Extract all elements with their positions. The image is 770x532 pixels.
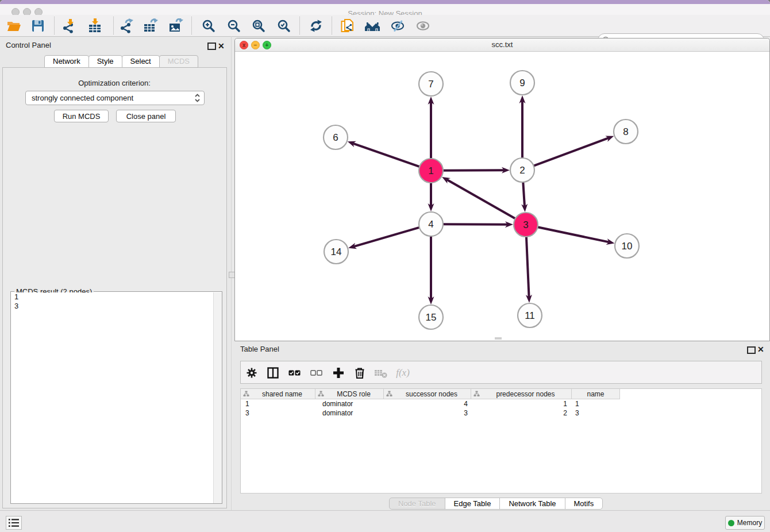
eye-icon xyxy=(415,18,430,33)
function-builder-button[interactable]: f(x) xyxy=(396,366,410,380)
tab-motifs[interactable]: Motifs xyxy=(565,498,603,510)
table-panel-close-button[interactable]: ✕ xyxy=(757,345,764,353)
home-button[interactable] xyxy=(363,17,382,34)
memory-button[interactable]: Memory xyxy=(725,516,765,530)
mcds-result-line: 3 xyxy=(11,302,214,311)
graph-node-label: 15 xyxy=(426,312,437,323)
network-graph[interactable]: 1234678910111415 xyxy=(235,51,768,340)
graph-edge-4-3[interactable] xyxy=(443,224,507,225)
graph-edge-1-6[interactable] xyxy=(353,144,419,167)
graph-edge-3-1[interactable] xyxy=(447,180,515,219)
network-window-title: scc.txt xyxy=(235,38,769,51)
apply-layout-button[interactable] xyxy=(307,17,325,34)
graph-node-label: 3 xyxy=(523,219,528,230)
zoom-selected-icon xyxy=(276,18,291,33)
control-panel-close-button[interactable]: ✕ xyxy=(218,42,225,50)
open-session-button[interactable] xyxy=(5,17,23,34)
checked-boxes-icon xyxy=(288,367,301,379)
run-mcds-button[interactable]: Run MCDS xyxy=(54,110,109,122)
delete-column-button[interactable] xyxy=(353,366,367,380)
toolbar-separator xyxy=(191,17,192,34)
tab-style[interactable]: Style xyxy=(88,55,122,68)
graph-edge-2-8[interactable] xyxy=(534,138,609,166)
application-window: Session: New Session xyxy=(0,0,770,532)
graph-edge-3-11[interactable] xyxy=(526,237,529,297)
control-panel-title: Control Panel xyxy=(6,41,51,49)
table-cell: 1 xyxy=(471,399,572,408)
column-header-label: predecessor nodes xyxy=(480,390,571,398)
export-image-button[interactable] xyxy=(167,17,185,34)
delete-table-button[interactable] xyxy=(374,366,388,380)
import-table-button[interactable] xyxy=(86,17,104,34)
tab-network-table[interactable]: Network Table xyxy=(499,498,565,510)
column-header-label: name xyxy=(572,390,619,398)
tab-mcds[interactable]: MCDS xyxy=(159,55,198,68)
graph-edge-4-14[interactable] xyxy=(354,228,419,246)
import-network-button[interactable] xyxy=(60,17,78,34)
network-view-window: x − + scc.txt 1234678910111415 xyxy=(234,38,770,341)
graph-edge-1-2[interactable] xyxy=(443,170,504,171)
home-icon xyxy=(364,18,380,33)
task-history-button[interactable] xyxy=(6,516,22,530)
optimization-criterion-label: Optimization criterion: xyxy=(2,79,226,87)
export-network-button[interactable] xyxy=(117,17,136,34)
plus-icon xyxy=(332,367,345,379)
select-all-columns-button[interactable] xyxy=(288,366,302,380)
table-settings-button[interactable] xyxy=(245,366,259,380)
zoom-fit-button[interactable] xyxy=(249,17,268,34)
column-header-predecessor-nodes[interactable]: predecessor nodes xyxy=(471,389,572,399)
table-row[interactable]: 3dominator323 xyxy=(241,408,761,418)
column-header-label: MCDS role xyxy=(324,390,383,398)
table-row[interactable]: 1dominator411 xyxy=(241,399,761,408)
table-cell: 2 xyxy=(471,408,572,418)
hide-graphics-details-button[interactable] xyxy=(388,17,407,34)
control-panel-float-button[interactable] xyxy=(207,43,216,50)
column-header-name[interactable]: name xyxy=(572,389,620,399)
table-cell: 3 xyxy=(241,408,315,418)
graph-edge-2-3[interactable] xyxy=(523,182,525,206)
tab-edge-table[interactable]: Edge Table xyxy=(445,498,500,510)
window-top-accent xyxy=(0,0,770,4)
hierarchy-icon xyxy=(243,391,249,397)
table-toolbar: f(x) xyxy=(240,361,762,384)
column-header-shared-name[interactable]: shared name xyxy=(241,389,315,399)
column-header-mcds-role[interactable]: MCDS role xyxy=(315,389,384,399)
table-cell: dominator xyxy=(315,399,384,408)
list-icon xyxy=(8,518,20,528)
tab-node-table[interactable]: Node Table xyxy=(389,498,445,510)
close-panel-button[interactable]: Close panel xyxy=(116,110,176,122)
columns-icon xyxy=(267,367,279,379)
save-session-button[interactable] xyxy=(29,17,47,34)
toggle-column-panel-button[interactable] xyxy=(266,366,280,380)
import-network-icon xyxy=(61,18,76,33)
export-table-button[interactable] xyxy=(141,17,160,34)
tab-select[interactable]: Select xyxy=(122,55,160,68)
zoom-out-button[interactable] xyxy=(225,17,243,34)
hierarchy-icon xyxy=(473,391,480,397)
column-header-successor-nodes[interactable]: successor nodes xyxy=(384,389,471,399)
toolbar-separator xyxy=(299,17,300,34)
export-network-icon xyxy=(119,18,134,33)
network-from-file-button[interactable] xyxy=(338,17,357,34)
graph-edge-3-10[interactable] xyxy=(538,227,609,242)
zoom-in-button[interactable] xyxy=(199,17,218,34)
status-bar: Memory xyxy=(0,510,770,532)
tab-network[interactable]: Network xyxy=(44,55,89,68)
table-panel-float-button[interactable] xyxy=(747,346,756,354)
criterion-select[interactable]: strongly connected component xyxy=(25,91,205,105)
memory-status-icon xyxy=(728,520,734,526)
graph-node-label: 1 xyxy=(428,165,433,176)
result-scrollbar[interactable] xyxy=(213,292,222,503)
create-column-button[interactable] xyxy=(332,366,345,380)
table-cell: 3 xyxy=(572,408,620,418)
app-titlebar: Session: New Session xyxy=(0,4,770,15)
canvas-resize-handle[interactable] xyxy=(495,337,502,340)
control-panel-tabs: NetworkStyleSelectMCDS xyxy=(45,55,198,68)
hierarchy-icon xyxy=(318,391,324,397)
unselect-all-columns-button[interactable] xyxy=(310,366,324,380)
node-table-body: 1dominator4113dominator323 xyxy=(241,399,761,418)
memory-button-label: Memory xyxy=(737,519,762,527)
zoom-selected-button[interactable] xyxy=(275,17,293,34)
node-table-header: shared nameMCDS rolesuccessor nodesprede… xyxy=(241,389,620,399)
birds-eye-view-button[interactable] xyxy=(414,17,432,34)
